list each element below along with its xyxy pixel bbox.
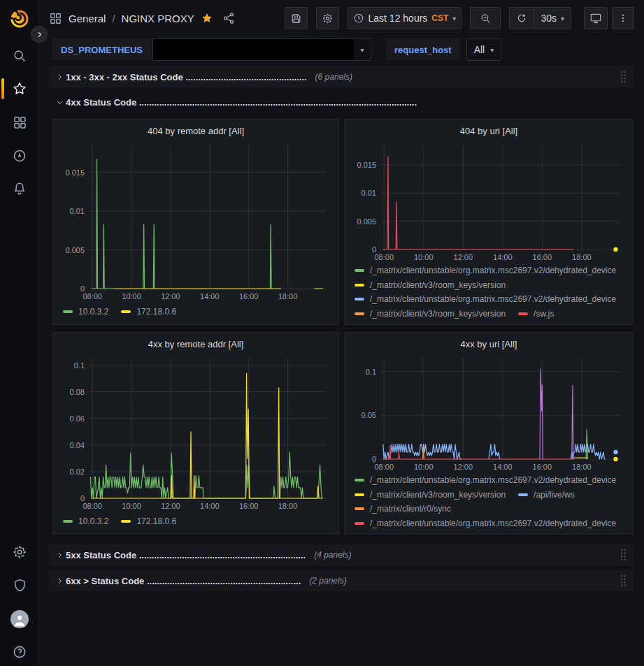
time-range-label: Last 12 hours bbox=[368, 13, 428, 24]
timeseries-chart[interactable]: 08:0010:0012:0014:0016:0018:0000.020.040… bbox=[59, 353, 333, 512]
tv-mode-button[interactable] bbox=[584, 7, 608, 29]
legend-item[interactable]: /_matrix/client/unstable/org.matrix.msc2… bbox=[355, 475, 616, 486]
request-host-value: All bbox=[474, 44, 485, 55]
kebab-menu-button[interactable] bbox=[612, 7, 634, 29]
panel-title[interactable]: 404 by remote addr [All] bbox=[59, 123, 333, 140]
apps-grid-icon bbox=[49, 12, 62, 25]
timeseries-chart[interactable]: 08:0010:0012:0014:0016:0018:0000.050.1 bbox=[350, 353, 627, 473]
chevron-down-icon: ▾ bbox=[354, 46, 371, 54]
svg-text:12:00: 12:00 bbox=[454, 463, 473, 471]
timeseries-chart[interactable]: 08:0010:0012:0014:0016:0018:0000.0050.01… bbox=[59, 140, 333, 303]
chevron-down-icon: ▾ bbox=[490, 46, 494, 54]
legend-item[interactable]: /_matrix/client/v3/room_keys/version bbox=[355, 489, 506, 500]
row-title[interactable]: 5xx Status Code ........................… bbox=[66, 550, 306, 560]
row-title[interactable]: 6xx > Status Code ......................… bbox=[66, 576, 301, 586]
save-dashboard-button[interactable] bbox=[285, 7, 308, 29]
legend-item[interactable]: /_matrix/client/v3/room_keys/version bbox=[355, 308, 506, 319]
row-5xx[interactable]: 5xx Status Code ........................… bbox=[49, 544, 634, 565]
chart-legend: 10.0.3.2172.18.0.6 bbox=[59, 512, 333, 529]
chevron-right-icon bbox=[53, 577, 66, 585]
svg-text:0.08: 0.08 bbox=[70, 388, 85, 396]
svg-text:16:00: 16:00 bbox=[533, 253, 552, 261]
legend-item[interactable]: 172.18.0.6 bbox=[121, 514, 176, 529]
chevron-right-icon bbox=[53, 551, 66, 559]
dashboard-title[interactable]: NGINX PROXY bbox=[122, 13, 194, 24]
svg-text:14:00: 14:00 bbox=[493, 253, 513, 261]
svg-text:0.01: 0.01 bbox=[70, 207, 85, 215]
help-icon[interactable] bbox=[0, 638, 39, 666]
panel-title[interactable]: 4xx by uri [All] bbox=[350, 336, 627, 353]
panel-title[interactable]: 4xx by remote addr [All] bbox=[59, 336, 333, 353]
legend-item[interactable]: /api/live/ws bbox=[518, 489, 575, 500]
legend-item[interactable]: /sw.js bbox=[518, 308, 554, 319]
dashboard-settings-button[interactable] bbox=[316, 7, 339, 29]
panel-4xx-by-uri: 4xx by uri [All] 08:0010:0012:0014:0016:… bbox=[344, 332, 634, 535]
request-host-variable-label[interactable]: request_host bbox=[386, 38, 460, 61]
svg-text:12:00: 12:00 bbox=[161, 292, 180, 301]
row-drag-handle[interactable] bbox=[620, 70, 629, 84]
svg-text:0.02: 0.02 bbox=[70, 468, 85, 476]
svg-text:08:00: 08:00 bbox=[83, 292, 102, 301]
sidebar-item-server-admin[interactable] bbox=[0, 571, 39, 599]
timeseries-chart[interactable]: 08:0010:0012:0014:0016:0018:0000.0050.01… bbox=[350, 140, 627, 263]
refresh-controls: 30s ▾ bbox=[509, 7, 571, 29]
zoom-out-time-button[interactable] bbox=[470, 7, 501, 29]
legend-series-name: /_matrix/client/r0/sync bbox=[370, 504, 451, 514]
legend-series-name: /_matrix/client/unstable/org.matrix.msc2… bbox=[370, 266, 616, 275]
legend-item[interactable]: /_matrix/client/unstable/org.matrix.msc2… bbox=[355, 265, 616, 276]
legend-series-name: /api/live/ws bbox=[534, 490, 575, 500]
sidebar-item-alerting[interactable] bbox=[0, 175, 39, 203]
legend-series-name: /_matrix/client/unstable/org.matrix.msc2… bbox=[370, 519, 616, 528]
svg-text:18:00: 18:00 bbox=[278, 292, 298, 301]
grafana-logo-icon[interactable] bbox=[9, 8, 30, 29]
request-host-variable-select[interactable]: All ▾ bbox=[466, 38, 502, 61]
row-title[interactable]: 4xx Status Code ........................… bbox=[66, 97, 417, 108]
legend-series-name: /_matrix/client/v3/room_keys/version bbox=[370, 490, 506, 500]
legend-item[interactable]: /_matrix/client/unstable/org.matrix.msc2… bbox=[355, 294, 616, 305]
search-icon[interactable] bbox=[0, 42, 39, 70]
legend-item[interactable]: /_matrix/client/unstable/org.matrix.msc2… bbox=[355, 518, 616, 529]
svg-text:0.05: 0.05 bbox=[362, 411, 376, 419]
share-icon[interactable] bbox=[222, 12, 235, 24]
legend-series-color bbox=[518, 493, 528, 496]
chart-legend: /_matrix/client/unstable/org.matrix.msc2… bbox=[350, 263, 627, 319]
avatar bbox=[10, 610, 29, 628]
timezone-label: CST bbox=[431, 13, 448, 23]
legend-item[interactable]: /_matrix/client/r0/sync bbox=[355, 504, 451, 515]
svg-text:0.015: 0.015 bbox=[357, 161, 376, 169]
sidebar-item-dashboards[interactable] bbox=[0, 108, 39, 136]
sidebar-expand-button[interactable] bbox=[31, 26, 48, 43]
refresh-button[interactable] bbox=[509, 7, 534, 29]
svg-text:0: 0 bbox=[80, 494, 85, 502]
legend-item[interactable]: 10.0.3.2 bbox=[63, 304, 108, 319]
sidebar-item-configuration[interactable] bbox=[0, 538, 39, 566]
legend-series-color bbox=[63, 310, 73, 313]
legend-series-name: /_matrix/client/unstable/org.matrix.msc2… bbox=[370, 294, 616, 304]
datasource-variable-label[interactable]: DS_PROMETHEUS bbox=[52, 38, 151, 61]
row-panel-count: (4 panels) bbox=[314, 550, 351, 560]
datasource-variable-select[interactable]: ▾ bbox=[152, 38, 371, 61]
legend-series-color bbox=[355, 479, 364, 482]
legend-item[interactable]: /_matrix/client/v3/room_keys/version bbox=[355, 280, 506, 291]
breadcrumb-folder[interactable]: General bbox=[69, 13, 106, 24]
row-title[interactable]: 1xx - 3xx - 2xx Status Code ............… bbox=[66, 72, 307, 82]
row-drag-handle[interactable] bbox=[620, 548, 629, 562]
legend-series-name: /sw.js bbox=[534, 309, 554, 319]
panel-4xx-by-remote-addr: 4xx by remote addr [All] 08:0010:0012:00… bbox=[52, 332, 339, 535]
row-6xx[interactable]: 6xx > Status Code ......................… bbox=[49, 570, 634, 591]
dashboard-header: General / NGINX PROXY Last 12 hours bbox=[39, 0, 644, 36]
row-4xx[interactable]: 4xx Status Code ........................… bbox=[49, 92, 634, 112]
sidebar-item-starred[interactable] bbox=[0, 75, 39, 103]
legend-item[interactable]: 10.0.3.2 bbox=[63, 514, 108, 529]
time-range-picker[interactable]: Last 12 hours CST ▾ bbox=[348, 7, 462, 29]
svg-text:18:00: 18:00 bbox=[572, 253, 592, 261]
user-avatar[interactable] bbox=[0, 605, 39, 633]
row-drag-handle[interactable] bbox=[620, 574, 629, 588]
refresh-interval-dropdown[interactable]: 30s ▾ bbox=[534, 7, 571, 29]
panel-title[interactable]: 404 by uri [All] bbox=[350, 123, 627, 140]
sidebar-item-explore[interactable] bbox=[0, 142, 39, 170]
favorite-star-icon[interactable] bbox=[201, 12, 213, 24]
row-1xx-3xx-2xx[interactable]: 1xx - 3xx - 2xx Status Code ............… bbox=[49, 66, 634, 87]
legend-item[interactable]: 172.18.0.6 bbox=[121, 304, 176, 319]
svg-text:12:00: 12:00 bbox=[454, 253, 473, 261]
